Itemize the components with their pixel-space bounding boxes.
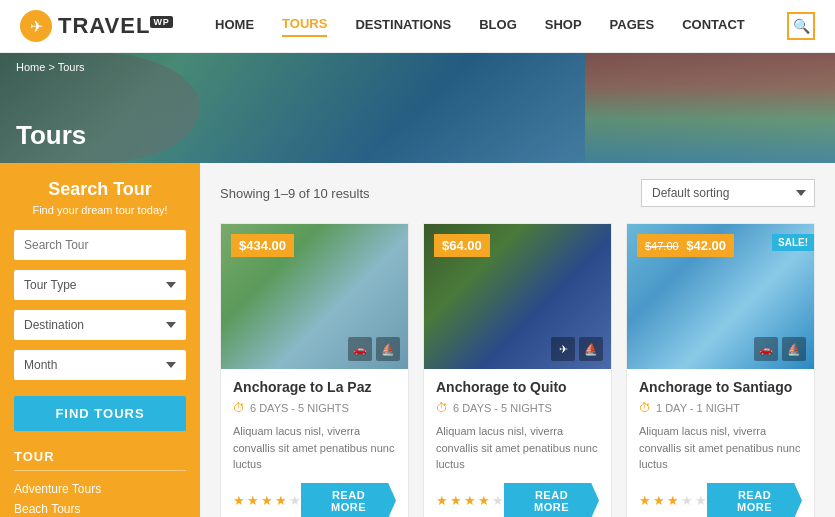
- card-icons: 🚗 ⛵: [754, 337, 806, 361]
- star-1: ★: [233, 493, 245, 508]
- hero-banner: Home > Tours Tours: [0, 53, 835, 163]
- card-body: Anchorage to La Paz ⏱ 6 DAYS - 5 NIGHTS …: [221, 369, 408, 517]
- card-duration: ⏱ 6 DAYS - 5 NIGHTS: [436, 401, 599, 415]
- star-1: ★: [639, 493, 651, 508]
- nav-destinations[interactable]: DESTINATIONS: [355, 17, 451, 36]
- car-icon: 🚗: [754, 337, 778, 361]
- month-select[interactable]: Month: [14, 350, 186, 380]
- star-4: ★: [478, 493, 490, 508]
- results-count: Showing 1–9 of 10 results: [220, 186, 370, 201]
- tour-card: $434.00 🚗 ⛵ Anchorage to La Paz ⏱ 6 DAYS…: [220, 223, 409, 517]
- page-title: Tours: [16, 120, 86, 151]
- logo-wp-badge: WP: [150, 16, 173, 28]
- clock-icon: ⏱: [639, 401, 651, 415]
- card-description: Aliquam lacus nisl, viverra convallis si…: [639, 423, 802, 473]
- nav-contact[interactable]: CONTACT: [682, 17, 745, 36]
- star-4: ★: [681, 493, 693, 508]
- logo-text: TRAVELWP: [58, 13, 173, 39]
- content-area: Showing 1–9 of 10 results Default sortin…: [200, 163, 835, 517]
- nav-pages[interactable]: PAGES: [610, 17, 655, 36]
- read-more-button[interactable]: READ MORE: [707, 483, 802, 518]
- card-body: Anchorage to Quito ⏱ 6 DAYS - 5 NIGHTS A…: [424, 369, 611, 517]
- card-footer: ★ ★ ★ ★ ★ READ MORE: [639, 483, 802, 518]
- star-2: ★: [653, 493, 665, 508]
- read-more-button[interactable]: READ MORE: [301, 483, 396, 518]
- clock-icon: ⏱: [436, 401, 448, 415]
- boat-icon: ⛵: [376, 337, 400, 361]
- price-badge: $434.00: [231, 234, 294, 257]
- nav-shop[interactable]: SHOP: [545, 17, 582, 36]
- sidebar-link-adventure[interactable]: Adventure Tours: [14, 479, 186, 499]
- logo-icon: ✈: [20, 10, 52, 42]
- content-header: Showing 1–9 of 10 results Default sortin…: [220, 179, 815, 207]
- logo: ✈ TRAVELWP: [20, 10, 173, 42]
- new-price: $42.00: [686, 238, 726, 253]
- card-icons: 🚗 ⛵: [348, 337, 400, 361]
- search-button[interactable]: 🔍: [787, 12, 815, 40]
- card-footer: ★ ★ ★ ★ ★ READ MORE: [233, 483, 396, 518]
- card-footer: ★ ★ ★ ★ ★ READ MORE: [436, 483, 599, 518]
- card-icons: ✈ ⛵: [551, 337, 603, 361]
- duration-text: 6 DAYS - 5 NIGHTS: [453, 402, 552, 414]
- card-title: Anchorage to La Paz: [233, 379, 396, 395]
- price-badge: $64.00: [434, 234, 490, 257]
- clock-icon: ⏱: [233, 401, 245, 415]
- sale-badge: SALE!: [772, 234, 814, 251]
- find-tours-button[interactable]: FIND TOURS: [14, 396, 186, 431]
- card-description: Aliquam lacus nisl, viverra convallis si…: [436, 423, 599, 473]
- card-title: Anchorage to Quito: [436, 379, 599, 395]
- sidebar-section-tour-title: Tour: [14, 449, 186, 471]
- header: ✈ TRAVELWP HOME TOURS DESTINATIONS BLOG …: [0, 0, 835, 53]
- sidebar-title: Search Tour: [14, 179, 186, 200]
- star-4: ★: [275, 493, 287, 508]
- tour-cards-grid: $434.00 🚗 ⛵ Anchorage to La Paz ⏱ 6 DAYS…: [220, 223, 815, 517]
- card-title: Anchorage to Santiago: [639, 379, 802, 395]
- star-5: ★: [289, 493, 301, 508]
- tour-type-select[interactable]: Tour Type: [14, 270, 186, 300]
- sidebar-link-beach[interactable]: Beach Tours: [14, 499, 186, 517]
- sidebar: Search Tour Find your dream tour today! …: [0, 163, 200, 517]
- duration-text: 1 DAY - 1 NIGHT: [656, 402, 740, 414]
- main-layout: Search Tour Find your dream tour today! …: [0, 163, 835, 517]
- boat-icon: ⛵: [782, 337, 806, 361]
- card-duration: ⏱ 6 DAYS - 5 NIGHTS: [233, 401, 396, 415]
- star-5: ★: [695, 493, 707, 508]
- breadcrumb: Home > Tours: [16, 61, 85, 73]
- star-rating: ★ ★ ★ ★ ★: [233, 493, 301, 508]
- nav-home[interactable]: HOME: [215, 17, 254, 36]
- card-image: $434.00 🚗 ⛵: [221, 224, 408, 369]
- sidebar-section-tour: Tour Adventure Tours Beach Tours City To…: [14, 449, 186, 517]
- star-3: ★: [464, 493, 476, 508]
- star-rating: ★ ★ ★ ★ ★: [639, 493, 707, 508]
- card-image: $47.00 $42.00 SALE! 🚗 ⛵: [627, 224, 814, 369]
- star-rating: ★ ★ ★ ★ ★: [436, 493, 504, 508]
- star-3: ★: [667, 493, 679, 508]
- destination-select[interactable]: Destination: [14, 310, 186, 340]
- old-price: $47.00: [645, 240, 679, 252]
- sort-select[interactable]: Default sorting Sort by popularity Sort …: [641, 179, 815, 207]
- star-5: ★: [492, 493, 504, 508]
- boat-icon: ⛵: [579, 337, 603, 361]
- nav-tours[interactable]: TOURS: [282, 16, 327, 37]
- plane-icon: ✈: [551, 337, 575, 361]
- tour-card: $47.00 $42.00 SALE! 🚗 ⛵ Anchorage to San…: [626, 223, 815, 517]
- car-icon: 🚗: [348, 337, 372, 361]
- logo-brand: TRAVEL: [58, 13, 150, 38]
- nav-blog[interactable]: BLOG: [479, 17, 517, 36]
- star-2: ★: [450, 493, 462, 508]
- read-more-button[interactable]: READ MORE: [504, 483, 599, 518]
- star-3: ★: [261, 493, 273, 508]
- card-body: Anchorage to Santiago ⏱ 1 DAY - 1 NIGHT …: [627, 369, 814, 517]
- card-description: Aliquam lacus nisl, viverra convallis si…: [233, 423, 396, 473]
- price-badge: $47.00 $42.00: [637, 234, 734, 257]
- sidebar-subtitle: Find your dream tour today!: [14, 204, 186, 216]
- star-1: ★: [436, 493, 448, 508]
- duration-text: 6 DAYS - 5 NIGHTS: [250, 402, 349, 414]
- search-input[interactable]: [14, 230, 186, 260]
- tour-card: $64.00 ✈ ⛵ Anchorage to Quito ⏱ 6 DAYS -…: [423, 223, 612, 517]
- hero-overlay: [0, 53, 835, 163]
- main-nav: HOME TOURS DESTINATIONS BLOG SHOP PAGES …: [215, 16, 745, 37]
- star-2: ★: [247, 493, 259, 508]
- card-duration: ⏱ 1 DAY - 1 NIGHT: [639, 401, 802, 415]
- card-image: $64.00 ✈ ⛵: [424, 224, 611, 369]
